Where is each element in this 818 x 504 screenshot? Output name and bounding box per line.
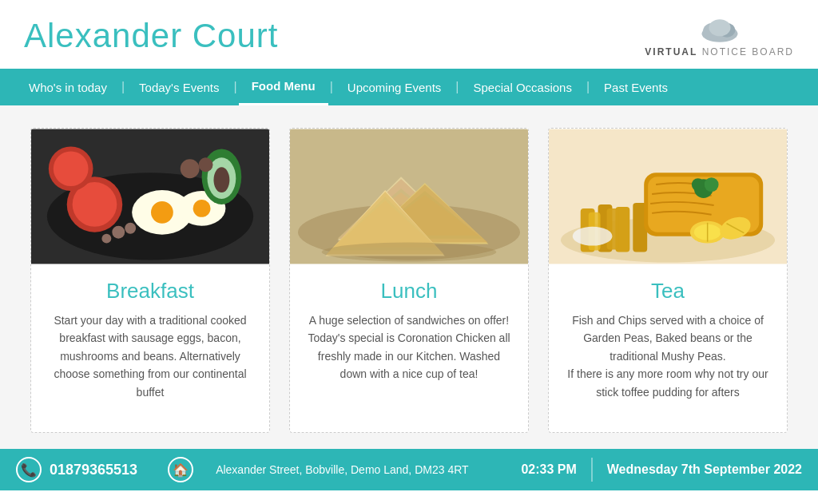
nav-separator: |: [454, 80, 460, 94]
breakfast-image: [31, 129, 269, 264]
breakfast-description: Start your day with a traditional cooked…: [31, 312, 269, 417]
lunch-title: Lunch: [381, 279, 438, 304]
footer-phone-number: 01879365513: [50, 462, 137, 478]
footer-home-section: 🏠: [153, 457, 208, 482]
nav-whos-in-today[interactable]: Who's in today: [16, 69, 120, 105]
nav-food-menu[interactable]: Food Menu: [239, 69, 328, 105]
footer-time-section: 02:33 PM Wednesday 7th September 2022: [521, 458, 802, 482]
tea-title: Tea: [651, 279, 685, 304]
cloud-logo-icon: [696, 14, 744, 45]
footer-divider: [591, 458, 593, 482]
breakfast-title: Breakfast: [106, 279, 194, 304]
svg-point-11: [193, 200, 211, 217]
tea-card: Tea Fish and Chips served with a choice …: [548, 128, 788, 433]
site-title: Alexander Court: [24, 17, 279, 55]
home-icon: 🏠: [168, 457, 193, 482]
svg-point-20: [181, 159, 200, 178]
footer-time: 02:33 PM: [521, 462, 576, 477]
nav-past-events[interactable]: Past Events: [591, 69, 681, 105]
nav-separator: |: [120, 80, 126, 94]
svg-point-16: [125, 223, 136, 234]
svg-point-54: [705, 177, 719, 192]
svg-point-3: [709, 19, 730, 36]
svg-point-9: [151, 201, 173, 224]
svg-point-37: [322, 243, 497, 262]
breakfast-card: Breakfast Start your day with a traditio…: [30, 128, 270, 433]
logo-area: VIRTUAL NOTICE BOARD: [645, 14, 794, 58]
svg-point-56: [573, 227, 613, 246]
svg-point-17: [101, 234, 111, 244]
lunch-description: A huge selection of sandwiches on offer!…: [290, 312, 528, 399]
nav-special-occasions[interactable]: Special Occasions: [461, 69, 585, 105]
nav-separator: |: [232, 80, 239, 94]
nav-separator: |: [328, 80, 335, 94]
logo-text: VIRTUAL NOTICE BOARD: [645, 46, 794, 58]
footer-date: Wednesday 7th September 2022: [607, 462, 802, 477]
footer-phone-section: 📞 01879365513: [16, 457, 153, 482]
svg-rect-45: [607, 208, 619, 250]
svg-point-15: [112, 226, 125, 239]
svg-point-21: [199, 157, 213, 172]
tea-image: [549, 129, 787, 264]
footer: 📞 01879365513 🏠 Alexander Street, Bobvil…: [0, 449, 818, 490]
nav-upcoming-events[interactable]: Upcoming Events: [335, 69, 455, 105]
main-content: Breakfast Start your day with a traditio…: [0, 105, 818, 449]
lunch-image: [290, 129, 528, 264]
svg-point-14: [213, 167, 229, 192]
nav-separator: |: [585, 80, 591, 94]
footer-address: Alexander Street, Bobville, Demo Land, D…: [208, 463, 521, 476]
phone-icon: 📞: [16, 457, 42, 482]
svg-point-19: [54, 151, 89, 186]
header: Alexander Court VIRTUAL NOTICE BOARD: [0, 0, 818, 69]
tea-description: Fish and Chips served with a choice of G…: [549, 312, 787, 417]
nav-todays-events[interactable]: Today's Events: [126, 69, 232, 105]
navigation: Who's in today | Today's Events | Food M…: [0, 69, 818, 105]
lunch-card: Lunch A huge selection of sandwiches on …: [289, 128, 529, 433]
svg-point-55: [692, 178, 705, 191]
